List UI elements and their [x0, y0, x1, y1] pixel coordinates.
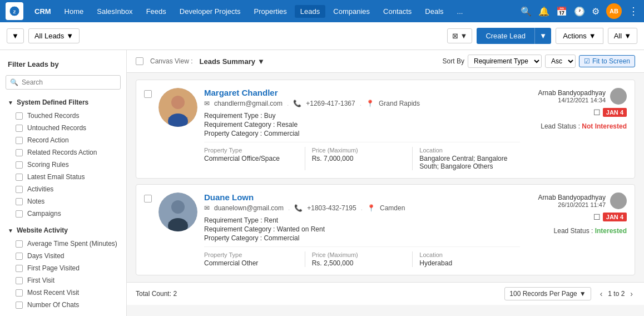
nav-item-contacts[interactable]: Contacts [378, 5, 417, 18]
website-activity-header[interactable]: ▼ Website Activity [0, 223, 126, 238]
prop-cat-field: Property Category : Commercial [204, 234, 520, 242]
nav-item-companies[interactable]: Companies [328, 5, 375, 18]
actions-chevron: ▼ [589, 32, 596, 40]
view-chevron: ▼ [460, 32, 468, 40]
lead-name[interactable]: Margaret Chandler [204, 88, 520, 97]
create-lead-button[interactable]: Create Lead [477, 28, 534, 44]
filter-checkbox[interactable] [16, 253, 23, 260]
filter-email-status[interactable]: Latest Email Status [0, 171, 126, 183]
req-cat-value: Resale [277, 121, 298, 129]
total-count: Total Count: 2 [136, 290, 177, 298]
create-lead-dropdown[interactable]: ▼ [534, 28, 551, 44]
nav-item-more[interactable]: ... [452, 5, 469, 18]
filter-days-visited[interactable]: Days Visited [0, 250, 126, 262]
filter-checkbox[interactable] [16, 112, 23, 120]
prop-location: Location Bangalore Central; Bangalore So… [419, 147, 520, 170]
all-leads-button[interactable]: All Leads ▼ [28, 28, 80, 43]
bell-icon[interactable]: 🔔 [538, 6, 549, 17]
user-avatar[interactable]: AB [606, 3, 622, 19]
fit-to-screen-button[interactable]: ☑ Fit to Screen [579, 55, 635, 67]
filter-button[interactable]: ▼ [7, 28, 24, 43]
filter-avg-time[interactable]: Average Time Spent (Minutes) [0, 238, 126, 250]
prev-page-button[interactable]: ‹ [598, 288, 605, 299]
tag-wrapper: ☐ JAN 4 [593, 213, 627, 221]
select-all-checkbox[interactable] [136, 57, 143, 65]
filter-most-recent[interactable]: Most Recent Visit [0, 287, 126, 299]
filter-touched-records[interactable]: Touched Records [0, 110, 126, 122]
lead-checkbox[interactable] [144, 195, 152, 203]
search-icon[interactable]: 🔍 [521, 6, 532, 17]
settings-icon[interactable]: ⚙ [592, 6, 600, 17]
nav-item-developer-projects[interactable]: Developer Projects [174, 5, 246, 18]
app-logo[interactable]: Z [6, 2, 23, 20]
prop-type-value: Commercial Office/Space [204, 155, 298, 162]
lead-card: Margaret Chandler ✉ chandlerm@gmail.com … [136, 80, 635, 179]
main-layout: Filter Leads by 🔍 ▼ System Defined Filte… [0, 50, 644, 316]
assignee: Arnab Bandyopadhyay 14/12/2021 14:34 [538, 88, 627, 105]
nav-item-home[interactable]: Home [59, 5, 90, 18]
system-filters-header[interactable]: ▼ System Defined Filters [0, 95, 126, 110]
records-per-page-select[interactable]: 100 Records Per Page ▼ [504, 287, 591, 300]
grid-icon[interactable]: ⋮ [628, 5, 638, 17]
filter-first-page[interactable]: First Page Visited [0, 262, 126, 274]
filter-untouched-records[interactable]: Untouched Records [0, 122, 126, 134]
nav-item-feeds[interactable]: Feeds [141, 5, 172, 18]
filter-checkbox[interactable] [16, 125, 23, 132]
filter-checkbox[interactable] [16, 137, 23, 144]
filter-checkbox[interactable] [16, 161, 23, 169]
canvas-view-select[interactable]: Leads Summary ▼ [199, 57, 264, 66]
all-label: All [614, 32, 622, 40]
clock-icon[interactable]: 🕐 [574, 6, 585, 17]
filter-first-visit[interactable]: First Visit [0, 274, 126, 287]
filter-checkbox[interactable] [16, 289, 23, 297]
filter-notes[interactable]: Notes [0, 195, 126, 208]
filter-checkbox[interactable] [16, 277, 23, 284]
prop-location: Location Hyderabad [419, 251, 520, 267]
prop-price-value: Rs. 2,500,000 [312, 259, 406, 267]
email-icon: ✉ [204, 204, 210, 212]
actions-button[interactable]: Actions ▼ [556, 28, 603, 44]
all-filter-button[interactable]: All ▼ [608, 28, 637, 44]
tag-day: 4 [620, 109, 623, 116]
filter-checkbox[interactable] [16, 210, 23, 218]
prop-cat-value: Commercial [264, 130, 299, 137]
website-activity-label: Website Activity [17, 226, 68, 234]
filter-checkbox[interactable] [16, 149, 23, 156]
filter-activities[interactable]: Activities [0, 183, 126, 195]
filter-checkbox[interactable] [16, 302, 23, 309]
all-chevron: ▼ [624, 32, 631, 40]
filter-campaigns[interactable]: Campaigns [0, 208, 126, 220]
calendar-icon[interactable]: 📅 [556, 6, 567, 17]
sort-order-select[interactable]: Asc [545, 55, 576, 68]
lead-right: Arnab Bandyopadhyay 26/10/2021 11:47 ☐ J… [527, 192, 627, 235]
req-cat-label: Requirement Category : [204, 225, 275, 233]
filter-related-records[interactable]: Related Records Action [0, 146, 126, 159]
prop-type-value: Commercial Other [204, 259, 298, 267]
nav-item-salesinbox[interactable]: SalesInbox [91, 5, 138, 18]
filter-checkbox[interactable] [16, 240, 23, 248]
nav-item-properties[interactable]: Properties [249, 5, 293, 18]
filter-checkbox[interactable] [16, 198, 23, 205]
view-toggle[interactable]: ⊠ ▼ [447, 28, 473, 43]
filter-checkbox[interactable] [16, 186, 23, 193]
filter-scoring-rules[interactable]: Scoring Rules [0, 159, 126, 171]
create-lead-group: Create Lead ▼ [477, 28, 551, 44]
search-input[interactable] [6, 75, 121, 90]
filter-record-action[interactable]: Record Action [0, 134, 126, 146]
canvas-view-chevron: ▼ [257, 57, 265, 66]
lead-checkbox[interactable] [144, 90, 152, 98]
nav-item-deals[interactable]: Deals [419, 5, 449, 18]
next-page-button[interactable]: › [628, 288, 635, 299]
filter-checkbox[interactable] [16, 174, 23, 181]
search-icon: 🔍 [10, 78, 18, 86]
nav-item-crm[interactable]: CRM [29, 5, 57, 18]
lead-name[interactable]: Duane Lown [204, 192, 520, 202]
tag-month: JAN [606, 109, 618, 116]
fit-screen-checkbox: ☑ [584, 57, 590, 65]
lead-info: Duane Lown ✉ duanelown@gmail.com . 📞 +18… [204, 192, 520, 267]
nav-item-leads[interactable]: Leads [295, 5, 325, 18]
prop-cat-field: Property Category : Commercial [204, 130, 520, 137]
filter-checkbox[interactable] [16, 265, 23, 272]
sort-field-select[interactable]: Requirement Type [468, 55, 542, 68]
filter-num-chats[interactable]: Number Of Chats [0, 299, 126, 311]
